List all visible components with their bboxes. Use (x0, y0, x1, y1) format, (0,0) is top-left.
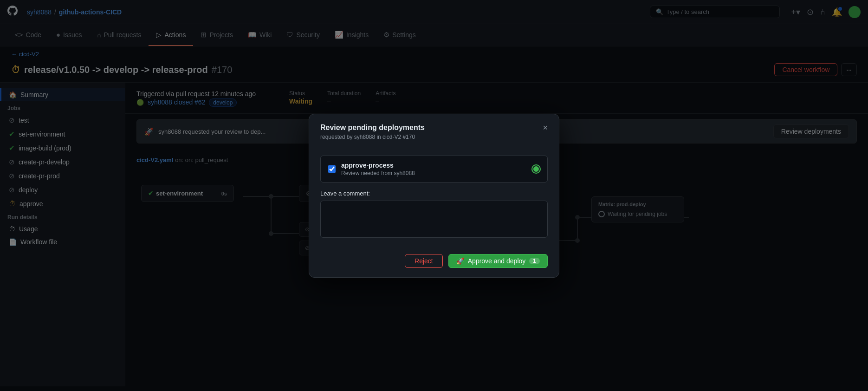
modal-overlay[interactable]: Review pending deployments requested by … (0, 0, 868, 391)
comment-textarea[interactable] (320, 201, 548, 238)
modal-subtitle: requested by syh8088 in cicd-V2 #170 (320, 134, 425, 140)
modal-title: Review pending deployments (320, 124, 425, 132)
approve-count-badge: 1 (529, 258, 540, 264)
deploy-item: approve-process Review needed from syh80… (320, 156, 548, 182)
modal-close-button[interactable]: × (543, 124, 548, 132)
deploy-item-status-indicator (532, 165, 540, 173)
modal-header: Review pending deployments requested by … (309, 114, 559, 146)
approve-deploy-button[interactable]: 🚀 Approve and deploy 1 (448, 254, 548, 268)
rocket-approve-icon: 🚀 (456, 257, 464, 265)
modal-footer: Reject 🚀 Approve and deploy 1 (309, 248, 559, 277)
modal-body: approve-process Review needed from syh80… (309, 146, 559, 248)
deploy-item-info: approve-process Review needed from syh80… (341, 162, 527, 176)
deploy-item-name: approve-process (341, 162, 527, 169)
comment-label: Leave a comment: (320, 190, 548, 197)
reject-button[interactable]: Reject (405, 254, 443, 268)
deploy-checkbox[interactable] (328, 165, 336, 173)
review-deployments-modal: Review pending deployments requested by … (309, 114, 559, 278)
deploy-item-description: Review needed from syh8088 (341, 170, 527, 176)
approve-label: Approve and deploy (468, 257, 526, 265)
